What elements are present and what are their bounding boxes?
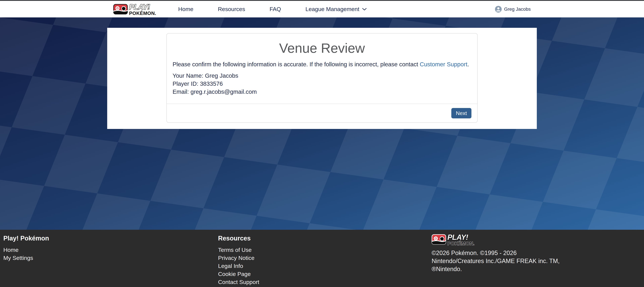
nav-item-faq[interactable]: FAQ <box>270 6 281 12</box>
copyright-line-2: Nintendo/Creatures Inc./GAME FREAK inc. … <box>432 257 560 265</box>
footer-heading-play-pokemon: Play! Pokémon <box>3 235 49 242</box>
footer-column-play-pokemon: Play! Pokémon Home My Settings <box>3 235 49 262</box>
nav-item-home-label: Home <box>178 6 194 12</box>
intro-text: Please confirm the following information… <box>173 61 472 68</box>
play-pokemon-wordmark: PLAY! POKÉMON. <box>128 2 163 16</box>
footer-link-cookie-page[interactable]: Cookie Page <box>218 270 259 278</box>
footer-link-terms-of-use[interactable]: Terms of Use <box>218 246 259 254</box>
nav-item-league-management[interactable]: League Management <box>306 6 366 12</box>
footer-column-legal: PLAY! POKÉMON. ©2026 Pokémon. ©1995 - 20… <box>432 233 560 273</box>
nav-item-resources-label: Resources <box>218 6 245 12</box>
footer-heading-resources: Resources <box>218 235 259 242</box>
footer-play-pokemon-wordmark: PLAY! POKÉMON. <box>446 233 481 246</box>
copyright-line-1: ©2026 Pokémon. ©1995 - 2026 <box>432 249 560 257</box>
copyright-line-3: ®Nintendo. <box>432 265 560 273</box>
wordmark-play: PLAY! <box>129 3 150 11</box>
venue-review-card: Venue Review Please confirm the followin… <box>166 33 478 123</box>
intro-after: . <box>467 61 469 67</box>
intro-before: Please confirm the following information… <box>173 61 420 67</box>
field-your-name-value: Greg Jacobs <box>205 72 238 79</box>
field-player-id-label: Player ID: <box>173 80 198 87</box>
footer-link-my-settings[interactable]: My Settings <box>3 254 49 262</box>
play-pokemon-logo[interactable]: PLAY! POKÉMON. <box>113 2 163 16</box>
footer-link-contact-support[interactable]: Contact Support <box>218 278 259 286</box>
field-email-value: greg.r.jacobs@gmail.com <box>190 88 257 95</box>
field-email-label: Email: <box>173 88 189 95</box>
field-player-id: Player ID: 3833576 <box>173 80 472 88</box>
nav-item-resources[interactable]: Resources <box>218 6 245 12</box>
card-footer: Next <box>167 104 478 122</box>
next-button[interactable]: Next <box>452 108 472 118</box>
nav-item-home[interactable]: Home <box>178 6 194 12</box>
field-your-name: Your Name: Greg Jacobs <box>173 72 472 80</box>
nav-item-faq-label: FAQ <box>270 6 281 12</box>
footer-link-privacy-notice[interactable]: Privacy Notice <box>218 254 259 262</box>
user-menu[interactable]: Greg Jacobs <box>495 6 531 12</box>
customer-support-link[interactable]: Customer Support <box>420 61 467 67</box>
user-name: Greg Jacobs <box>504 6 531 12</box>
avatar-icon <box>495 6 502 12</box>
field-your-name-label: Your Name: <box>173 72 204 79</box>
content-panel: Venue Review Please confirm the followin… <box>107 28 537 129</box>
footer-wordmark-play: PLAY! <box>448 233 468 241</box>
footer-play-pokemon-emblem-icon <box>432 234 446 245</box>
nav-links: Home Resources FAQ League Management <box>178 6 367 12</box>
navbar: PLAY! POKÉMON. Home Resources FAQ League… <box>0 1 644 17</box>
footer-column-resources: Resources Terms of Use Privacy Notice Le… <box>218 235 259 286</box>
footer-wordmark-pokemon: POKÉMON. <box>448 241 474 246</box>
user-info-fields: Your Name: Greg Jacobs Player ID: 383357… <box>173 72 472 96</box>
hero-section: Venue Review Please confirm the followin… <box>0 17 644 230</box>
page-title: Venue Review <box>167 40 478 56</box>
field-email: Email: greg.r.jacobs@gmail.com <box>173 88 472 96</box>
nav-item-league-management-label: League Management <box>306 6 359 12</box>
play-pokemon-emblem-icon <box>113 4 128 15</box>
wordmark-pokemon: POKÉMON. <box>129 10 156 16</box>
copyright-text: ©2026 Pokémon. ©1995 - 2026 Nintendo/Cre… <box>432 249 560 273</box>
footer: Play! Pokémon Home My Settings Resources… <box>0 230 644 287</box>
footer-link-home[interactable]: Home <box>3 246 49 254</box>
footer-logo: PLAY! POKÉMON. <box>432 233 560 246</box>
field-player-id-value: 3833576 <box>200 80 223 87</box>
footer-link-legal-info[interactable]: Legal Info <box>218 262 259 270</box>
chevron-down-icon <box>362 8 367 11</box>
